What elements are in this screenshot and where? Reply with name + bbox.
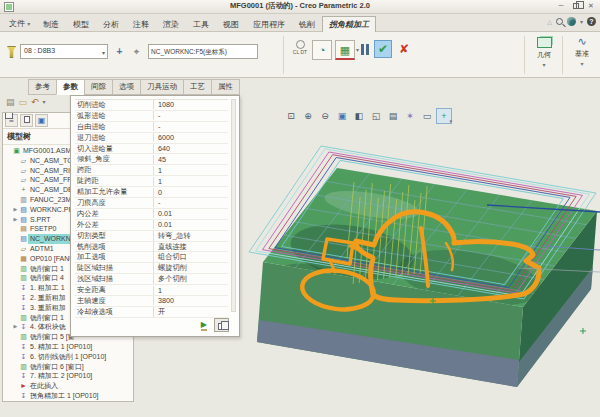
parameter-row[interactable]: 退刀进给6000 (75, 133, 228, 144)
tree-item[interactable]: ↧6. 切削线铣削 1 [OP010] (3, 352, 133, 362)
parameter-row[interactable]: 外公差0.01 (75, 220, 228, 231)
parameter-value[interactable]: 3800 (153, 296, 228, 305)
parameter-row[interactable]: 切割类型转弯_急转 (75, 231, 228, 242)
parameter-row[interactable]: 安全距离1 (75, 285, 228, 296)
expander-icon[interactable]: ▶ (12, 215, 19, 225)
parameter-value[interactable]: 1 (153, 166, 228, 175)
dashboard-tab[interactable]: 刀具运动 (140, 79, 183, 95)
parameter-row[interactable]: 精加工允许余量0 (75, 187, 228, 198)
parameter-value[interactable]: 45 (153, 155, 228, 164)
restore-icon[interactable] (570, 0, 582, 12)
parameter-row[interactable]: 冷却液选项开 (75, 307, 228, 318)
pause-icon[interactable] (360, 44, 370, 55)
zoom-out-icon[interactable]: ⊖ (317, 108, 333, 124)
search-icon[interactable] (556, 18, 563, 25)
parameter-value[interactable]: 640 (153, 144, 228, 153)
copy-parameters-icon[interactable] (214, 318, 229, 332)
parameter-value[interactable]: 螺旋切削 (153, 263, 228, 273)
undo-icon[interactable]: ↶ (31, 96, 39, 108)
menu-tab[interactable]: 模型 (66, 16, 96, 32)
zoom-in-icon[interactable]: ⊕ (300, 108, 316, 124)
parameter-value[interactable]: - (153, 111, 228, 120)
menu-tab[interactable]: 渲染 (156, 16, 186, 32)
annotation-display-icon[interactable]: ▭ (419, 108, 435, 124)
parameter-value[interactable]: - (153, 122, 228, 131)
parameter-value[interactable]: 多个切削 (153, 274, 228, 284)
parameter-row[interactable]: 弧形进给- (75, 111, 228, 122)
cancel-button[interactable]: ✘ (396, 41, 412, 57)
menu-tab[interactable]: 铣削 (292, 16, 322, 32)
parameter-row[interactable]: 切入进给量640 (75, 144, 228, 155)
dashboard-tab[interactable]: 工艺 (183, 79, 211, 95)
chevron-down-icon[interactable]: ▾ (356, 46, 359, 53)
cl-data-icon[interactable]: CL DT (292, 40, 308, 62)
tool-select[interactable]: 08 : D8B3▾ (20, 44, 108, 59)
collapse-ribbon-icon[interactable]: △ (547, 18, 552, 25)
chevron-down-icon[interactable]: ▾ (43, 96, 46, 108)
geometry-button[interactable]: 几何 ▾ (527, 35, 561, 76)
gauge-check-icon[interactable]: ◔ (312, 40, 332, 60)
parameter-row[interactable]: 刀痕高度- (75, 198, 228, 209)
paste-icon[interactable]: ▤ (6, 96, 15, 108)
parameter-value[interactable]: 1 (153, 177, 228, 186)
parameter-row[interactable]: 陡区域扫描螺旋切削 (75, 263, 228, 274)
close-icon[interactable]: ✕ (585, 0, 597, 12)
saved-orientations-icon[interactable]: ◱ (368, 108, 384, 124)
menu-tab[interactable]: 拐角精加工 (322, 16, 376, 32)
parameter-row[interactable]: 自由进给- (75, 122, 228, 133)
session-icon[interactable] (567, 17, 576, 26)
parameter-row[interactable]: 加工选项组合切口 (75, 252, 228, 263)
reposition-icon[interactable]: + (112, 44, 127, 59)
expander-icon[interactable]: ▶ (12, 205, 19, 215)
parameter-value[interactable]: 6000 (153, 133, 228, 142)
parameter-value[interactable]: 0 (153, 188, 228, 197)
parameter-row[interactable]: 跨距1 (75, 165, 228, 176)
tree-item[interactable]: ↧7. 精加工 2 [OP010] (3, 371, 133, 381)
parameter-value[interactable]: 组合切口 (153, 252, 228, 262)
retract-plane-icon[interactable]: ⌖ (129, 44, 144, 59)
menu-tab[interactable]: 视图 (216, 16, 246, 32)
parameter-value[interactable]: 开 (153, 307, 228, 317)
menu-tab[interactable]: 工具 (186, 16, 216, 32)
parameter-value[interactable]: 转弯_急转 (153, 231, 228, 241)
tree-item[interactable]: ▥铣削窗口 6 [窗口] (3, 362, 133, 372)
tree-item[interactable]: ►在此插入 (3, 381, 133, 391)
help-icon[interactable]: ? (587, 17, 596, 26)
dashboard-tab[interactable]: 参数 (56, 79, 84, 95)
parameter-row[interactable]: 内公差0.01 (75, 209, 228, 220)
csys-field[interactable]: NC_WORKNC:F5(坐标系) (148, 44, 258, 59)
menu-tab[interactable]: 制造 (36, 16, 66, 32)
open-icon[interactable]: ▭ (19, 96, 28, 108)
tree-settings-icon[interactable]: ▣ (35, 114, 48, 127)
parameter-row[interactable]: 切削进给1080 (75, 100, 228, 111)
material-removal-sim-icon[interactable]: ▦ (335, 40, 355, 60)
chevron-down-icon[interactable]: ▾ (580, 18, 583, 25)
layers-icon[interactable] (20, 114, 33, 127)
refit-icon[interactable]: ⊡ (283, 108, 299, 124)
expander-icon[interactable]: ▶ (12, 322, 19, 332)
parameter-value[interactable]: 0.01 (153, 220, 228, 229)
parameter-value[interactable]: - (153, 198, 228, 207)
datum-display-icon[interactable]: ✶ (402, 108, 418, 124)
file-menu-button[interactable]: 文件 ▾ (4, 16, 35, 31)
tree-item[interactable]: ↧拐角精加工 1 [OP010] (3, 391, 133, 401)
parameter-value[interactable]: 0.01 (153, 209, 228, 218)
parameter-scrollbar[interactable] (231, 99, 236, 312)
parameter-value[interactable]: 1 (153, 286, 228, 295)
play-path-icon[interactable]: ▶ (201, 320, 207, 331)
datum-button[interactable]: ∿ 基准 ▾ (565, 35, 599, 76)
parameter-value[interactable]: 1080 (153, 100, 228, 109)
parameter-row[interactable]: 主轴速度3800 (75, 296, 228, 307)
parameter-value[interactable]: 直线连接 (153, 242, 228, 252)
minimize-icon[interactable]: ─ (555, 0, 567, 12)
display-style-icon[interactable]: ◧ (351, 108, 367, 124)
dashboard-tab[interactable]: 间隙 (84, 79, 112, 95)
spin-center-icon[interactable]: +▾ (436, 108, 452, 124)
parameter-row[interactable]: 浅区域扫描多个切削 (75, 274, 228, 285)
view-manager-icon[interactable]: ▤ (385, 108, 401, 124)
repaint-icon[interactable]: ▣ (334, 108, 350, 124)
menu-tab[interactable]: 分析 (96, 16, 126, 32)
parameter-row[interactable]: 倾斜_角度45 (75, 154, 228, 165)
dashboard-tab[interactable]: 属性 (211, 79, 240, 95)
menu-tab[interactable]: 应用程序 (246, 16, 292, 32)
